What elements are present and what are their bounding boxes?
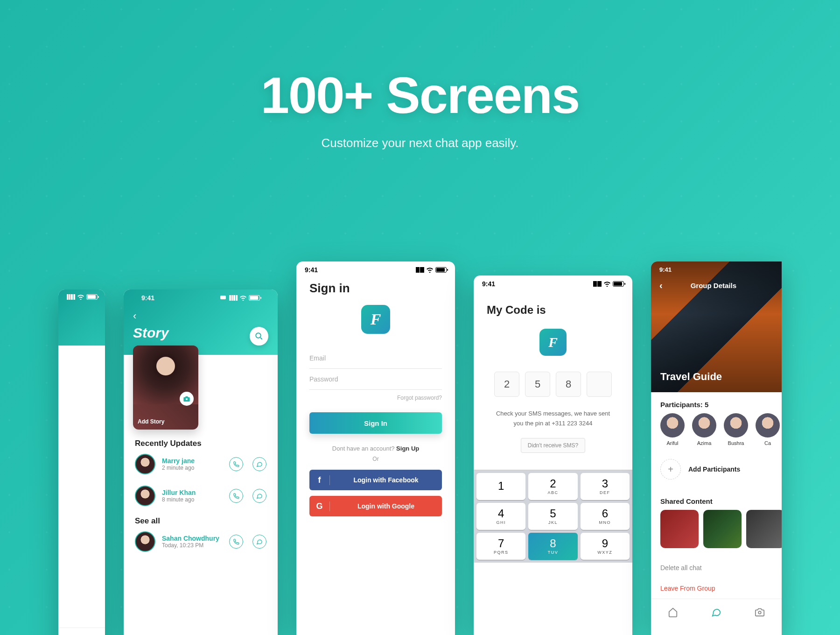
avatar <box>135 486 155 506</box>
password-field[interactable]: Password <box>309 369 442 390</box>
plus-icon: + <box>660 459 681 480</box>
code-digit[interactable]: 2 <box>494 372 519 397</box>
signup-note: Dont have an account? Sign Up <box>296 445 455 452</box>
code-digit[interactable] <box>587 372 612 397</box>
recently-updates-heading: Recently Updates <box>124 439 278 448</box>
signin-title: Sign in <box>309 281 442 296</box>
participant[interactable]: Ariful <box>660 413 685 446</box>
key-4[interactable]: 4GHI <box>476 503 525 530</box>
svg-rect-3 <box>220 296 226 299</box>
key-5[interactable]: 5JKL <box>528 503 577 530</box>
shared-thumb[interactable] <box>660 510 699 548</box>
wifi-icon <box>77 294 84 300</box>
facebook-icon: f <box>309 475 330 485</box>
group-header: Group Details <box>691 282 736 289</box>
wifi-icon <box>239 295 247 301</box>
shared-thumbnails <box>651 510 782 557</box>
contact-name: Jillur Khan <box>162 489 220 496</box>
delete-chat-link[interactable]: Delete all chat <box>651 557 782 578</box>
avatar <box>135 454 155 474</box>
participant[interactable]: Azima <box>692 413 716 446</box>
key-6[interactable]: 6MNO <box>581 503 630 530</box>
key-8[interactable]: 8TUV <box>528 533 577 560</box>
key-9[interactable]: 9WXYZ <box>581 533 630 560</box>
add-story-card[interactable]: Add Story <box>133 346 198 430</box>
phone-story: 9:41 ‹ Story Add Story Recently Updates <box>124 289 278 635</box>
story-title: Story <box>133 325 268 341</box>
contact-time: 8 minute ago <box>162 496 220 503</box>
code-digit[interactable]: 8 <box>556 372 581 397</box>
code-input-boxes: 2 5 8 <box>474 372 632 397</box>
group-title: Travel Guide <box>660 371 722 383</box>
chat-button[interactable] <box>252 535 266 549</box>
status-time: 9:41 <box>141 294 154 302</box>
phone-signin: 9:41 Sign in F Email Password Forgot pas… <box>296 261 455 635</box>
shared-thumb[interactable] <box>703 510 742 548</box>
key-1[interactable]: 1 <box>476 473 525 500</box>
key-7[interactable]: 7PQRS <box>476 533 525 560</box>
key-2[interactable]: 2ABC <box>528 473 577 500</box>
avatar <box>135 531 155 552</box>
contact-name: Marry jane <box>162 457 220 465</box>
back-icon[interactable]: ‹ <box>133 310 136 322</box>
participant[interactable]: Ca <box>756 413 780 446</box>
camera-icon[interactable] <box>755 607 765 617</box>
hero-section: 100+ Screens Customize your next chat ap… <box>0 0 840 150</box>
contact-time: Today, 10:23 PM <box>162 542 220 549</box>
svg-point-6 <box>759 611 762 614</box>
email-field[interactable]: Email <box>309 348 442 369</box>
call-button[interactable] <box>229 489 243 503</box>
google-icon: G <box>309 501 330 511</box>
phone-code: 9:41 My Code is F 2 5 8 Check your SMS m… <box>474 275 632 635</box>
camera-icon[interactable] <box>180 392 194 406</box>
key-3[interactable]: 3DEF <box>581 473 630 500</box>
add-story-label: Add Story <box>138 418 164 425</box>
phone-leftpartial <box>58 289 105 635</box>
chat-icon[interactable] <box>711 607 721 617</box>
story-row[interactable]: Sahan Chowdhury Today, 10:23 PM <box>124 526 278 557</box>
home-icon[interactable] <box>668 607 678 617</box>
chat-button[interactable] <box>252 457 266 471</box>
contact-name: Sahan Chowdhury <box>162 535 220 542</box>
svg-point-4 <box>256 333 261 338</box>
code-title: My Code is <box>487 303 619 317</box>
participants-list: Ariful Azima Bushra Ca <box>651 413 782 455</box>
or-divider: Or <box>296 456 455 462</box>
status-icons <box>67 294 98 300</box>
forgot-password-link[interactable]: Forgot password? <box>309 395 442 401</box>
contact-time: 2 minute ago <box>162 465 220 471</box>
app-logo: F <box>361 305 390 334</box>
bottom-nav <box>651 599 782 625</box>
bottom-nav <box>58 628 105 635</box>
participant[interactable]: Bushra <box>724 413 748 446</box>
story-row[interactable]: Jillur Khan 8 minute ago <box>124 480 278 512</box>
resend-sms-button[interactable]: Didn't receive SMS? <box>521 438 585 453</box>
facebook-login-button[interactable]: f Login with Facebook <box>309 470 442 490</box>
group-hero-image: 9:41 ‹ Group Details Travel Guide <box>651 261 782 392</box>
leave-group-link[interactable]: Leave From Group <box>651 578 782 599</box>
call-button[interactable] <box>229 457 243 471</box>
back-icon[interactable]: ‹ <box>659 280 663 291</box>
signup-link[interactable]: Sign Up <box>396 445 419 452</box>
chat-button[interactable] <box>252 489 266 503</box>
shared-thumb[interactable] <box>746 510 782 548</box>
google-login-button[interactable]: G Login with Google <box>309 496 442 516</box>
signin-button[interactable]: Sign In <box>309 412 442 434</box>
status-time: 9:41 <box>482 280 495 288</box>
status-icons <box>593 281 624 287</box>
participants-heading: Participants: 5 <box>651 392 782 413</box>
hero-subtitle: Customize your next chat app easily. <box>0 136 840 150</box>
status-time: 9:41 <box>305 266 318 274</box>
add-participants-button[interactable]: + Add Participants <box>651 455 782 489</box>
status-time: 9:41 <box>659 266 672 273</box>
call-button[interactable] <box>229 535 243 549</box>
numeric-keypad: 1 2ABC 3DEF 4GHI 5JKL 6MNO 7PQRS 8TUV 9W… <box>474 470 632 563</box>
search-button[interactable] <box>250 327 268 346</box>
story-row[interactable]: Marry jane 2 minute ago <box>124 448 278 480</box>
screens-row: 9:41 ‹ Story Add Story Recently Updates <box>0 252 840 635</box>
code-digit[interactable]: 5 <box>525 372 550 397</box>
chat-icon <box>220 295 227 301</box>
wifi-icon <box>603 281 611 287</box>
see-all-heading[interactable]: See all <box>124 516 278 526</box>
status-icons <box>416 267 447 273</box>
